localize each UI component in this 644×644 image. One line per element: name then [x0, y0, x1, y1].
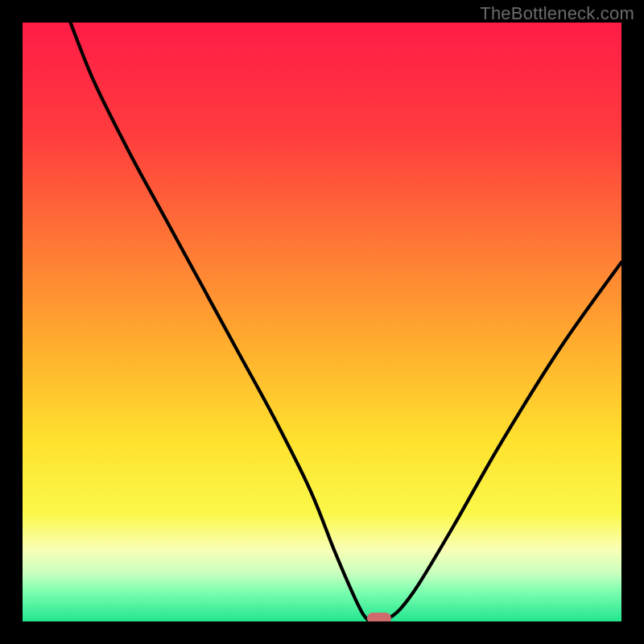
watermark-label: TheBottleneck.com — [480, 3, 634, 24]
plot-area — [23, 23, 621, 621]
bottleneck-curve — [23, 23, 621, 621]
chart-frame: TheBottleneck.com — [0, 0, 644, 644]
optimal-marker — [367, 613, 391, 621]
